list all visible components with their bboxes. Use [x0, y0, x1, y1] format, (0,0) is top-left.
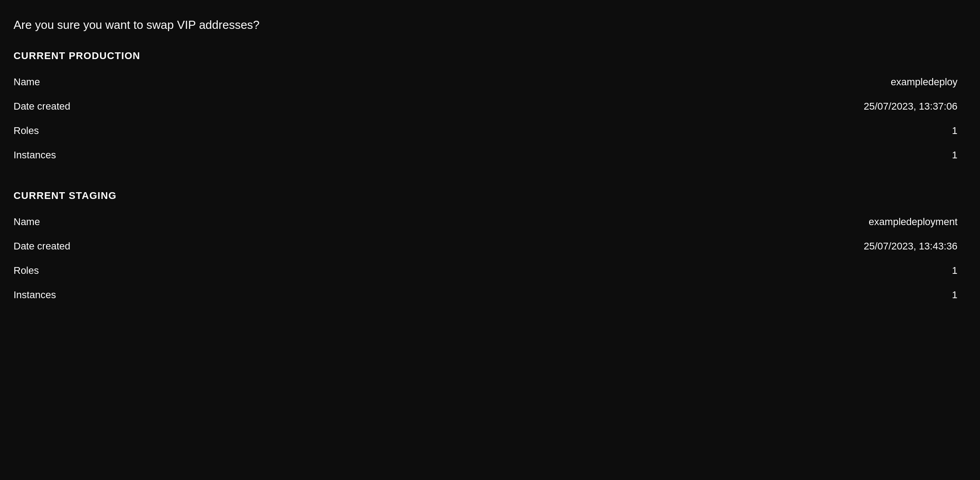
dialog-container: Are you sure you want to swap VIP addres…: [14, 18, 966, 307]
production-row-date: Date created 25/07/2023, 13:37:06: [14, 94, 966, 119]
dialog-question: Are you sure you want to swap VIP addres…: [14, 18, 966, 32]
staging-row-date: Date created 25/07/2023, 13:43:36: [14, 234, 966, 258]
staging-section: CURRENT STAGING Name exampledeployment D…: [14, 190, 966, 307]
staging-section-title: CURRENT STAGING: [14, 190, 966, 202]
production-label-name: Name: [14, 76, 104, 88]
production-row-name: Name exampledeploy: [14, 70, 966, 94]
staging-label-instances: Instances: [14, 289, 104, 301]
staging-label-name: Name: [14, 216, 104, 228]
production-label-date: Date created: [14, 101, 104, 112]
staging-value-name: exampledeployment: [869, 216, 966, 228]
production-section-title: CURRENT PRODUCTION: [14, 50, 966, 62]
production-value-date: 25/07/2023, 13:37:06: [864, 101, 966, 112]
staging-row-instances: Instances 1: [14, 283, 966, 307]
staging-label-roles: Roles: [14, 265, 104, 277]
staging-value-instances: 1: [952, 289, 966, 301]
staging-row-roles: Roles 1: [14, 258, 966, 283]
production-label-roles: Roles: [14, 125, 104, 137]
staging-value-date: 25/07/2023, 13:43:36: [864, 240, 966, 252]
production-value-instances: 1: [952, 149, 966, 161]
production-value-roles: 1: [952, 125, 966, 137]
production-value-name: exampledeploy: [891, 76, 966, 88]
production-label-instances: Instances: [14, 149, 104, 161]
production-section: CURRENT PRODUCTION Name exampledeploy Da…: [14, 50, 966, 167]
staging-row-name: Name exampledeployment: [14, 210, 966, 234]
production-row-roles: Roles 1: [14, 119, 966, 143]
staging-value-roles: 1: [952, 265, 966, 277]
staging-label-date: Date created: [14, 240, 104, 252]
production-row-instances: Instances 1: [14, 143, 966, 167]
